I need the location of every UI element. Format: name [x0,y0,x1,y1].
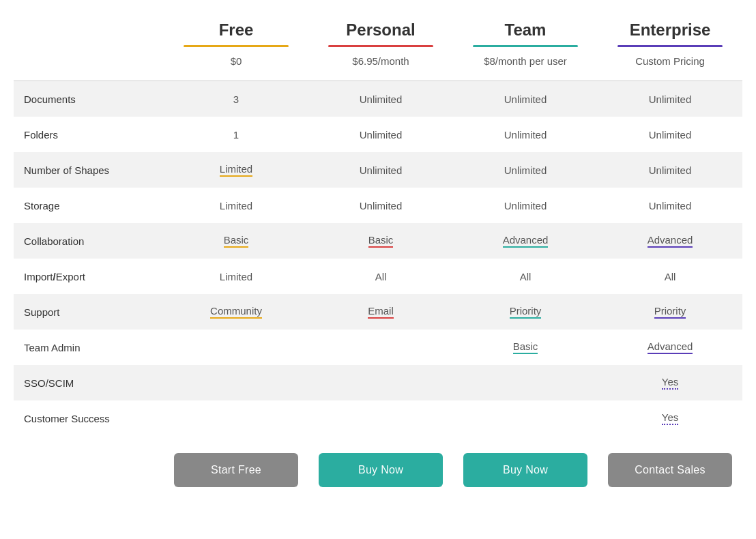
header-plan-personal: Personal $6.95/month [308,20,453,77]
feature-label-1: Folders [14,121,164,149]
footer-cell-free: Start Free [164,453,308,487]
feature-value-0-3: Unlimited [598,85,742,113]
free-button[interactable]: Start Free [174,453,298,487]
feature-label-0: Documents [14,85,164,113]
personal-button[interactable]: Buy Now [319,453,443,487]
feature-label-5: Import/Export [14,263,164,291]
feature-value-0-1: Unlimited [308,85,453,113]
feature-value-8-0 [164,375,308,391]
plan-name-team: Team [460,20,591,40]
plan-name-personal: Personal [315,20,446,40]
plan-price-enterprise: Custom Pricing [605,55,736,67]
empty-header [14,20,164,77]
footer-cell-personal: Buy Now [308,453,453,487]
feature-label-7: Team Admin [14,334,164,362]
feature-value-7-3: Advanced [598,332,742,362]
feature-value-4-2: Advanced [453,226,598,256]
feature-row-3: StorageLimitedUnlimitedUnlimitedUnlimite… [14,188,742,223]
feature-label-9: Customer Success [14,405,164,433]
feature-value-0-2: Unlimited [453,85,598,113]
feature-row-2: Number of ShapesLimitedUnlimitedUnlimite… [14,152,742,188]
feature-value-3-3: Unlimited [598,192,742,220]
pricing-table: Free $0 Personal $6.95/month Team $8/mon… [0,0,756,514]
feature-value-9-1 [308,410,453,426]
feature-row-4: CollaborationBasicBasicAdvancedAdvanced [14,223,742,259]
feature-value-8-2 [453,375,598,391]
feature-value-1-3: Unlimited [598,121,742,149]
plan-price-free: $0 [171,55,302,67]
feature-row-7: Team AdminBasicAdvanced [14,330,742,365]
feature-value-1-2: Unlimited [453,121,598,149]
plan-underline-free [184,45,289,47]
feature-value-8-1 [308,375,453,391]
feature-row-6: SupportCommunityEmailPriorityPriority [14,294,742,330]
feature-row-0: Documents3UnlimitedUnlimitedUnlimited [14,81,742,117]
plan-underline-personal [328,45,433,47]
feature-value-3-1: Unlimited [308,192,453,220]
header-row: Free $0 Personal $6.95/month Team $8/mon… [14,14,742,81]
feature-label-8: SSO/SCIM [14,369,164,397]
feature-label-3: Storage [14,192,164,220]
feature-value-2-3: Unlimited [598,156,742,184]
feature-value-5-2: All [453,263,598,291]
footer-row: Start FreeBuy NowBuy NowContact Sales [14,436,742,494]
feature-label-4: Collaboration [14,227,164,255]
feature-value-2-1: Unlimited [308,156,453,184]
feature-value-7-0 [164,339,308,355]
feature-value-9-3: Yes [598,403,742,433]
footer-cell-enterprise: Contact Sales [598,453,742,487]
feature-value-4-0: Basic [164,226,308,256]
enterprise-button[interactable]: Contact Sales [608,453,732,487]
feature-value-7-1 [308,339,453,355]
feature-row-5: Import/ExportLimitedAllAllAll [14,259,742,294]
footer-cell-team: Buy Now [453,453,598,487]
feature-value-5-0: Limited [164,263,308,291]
feature-value-6-2: Priority [453,297,598,327]
feature-row-1: Folders1UnlimitedUnlimitedUnlimited [14,117,742,152]
header-plan-free: Free $0 [164,20,308,77]
feature-value-3-0: Limited [164,192,308,220]
feature-row-9: Customer SuccessYes [14,400,742,436]
team-button[interactable]: Buy Now [463,453,587,487]
feature-value-7-2: Basic [453,332,598,362]
feature-value-1-1: Unlimited [308,121,453,149]
feature-value-8-3: Yes [598,368,742,398]
header-plan-enterprise: Enterprise Custom Pricing [598,20,742,77]
plan-underline-team [473,45,578,47]
feature-value-0-0: 3 [164,85,308,113]
feature-value-2-0: Limited [164,155,308,185]
plan-price-team: $8/month per user [460,55,591,67]
feature-value-9-0 [164,410,308,426]
feature-value-4-3: Advanced [598,226,742,256]
feature-label-6: Support [14,298,164,326]
feature-value-4-1: Basic [308,226,453,256]
feature-value-3-2: Unlimited [453,192,598,220]
plan-price-personal: $6.95/month [315,55,446,67]
feature-value-5-3: All [598,263,742,291]
feature-value-1-0: 1 [164,121,308,149]
plan-name-enterprise: Enterprise [605,20,736,40]
feature-rows: Documents3UnlimitedUnlimitedUnlimitedFol… [14,81,742,436]
plan-name-free: Free [171,20,302,40]
plan-underline-enterprise [617,45,723,47]
feature-value-9-2 [453,410,598,426]
feature-value-5-1: All [308,263,453,291]
feature-value-2-2: Unlimited [453,156,598,184]
feature-label-2: Number of Shapes [14,156,164,184]
feature-value-6-1: Email [308,297,453,327]
feature-row-8: SSO/SCIMYes [14,365,742,400]
header-plan-team: Team $8/month per user [453,20,598,77]
feature-value-6-3: Priority [598,297,742,327]
feature-value-6-0: Community [164,297,308,327]
